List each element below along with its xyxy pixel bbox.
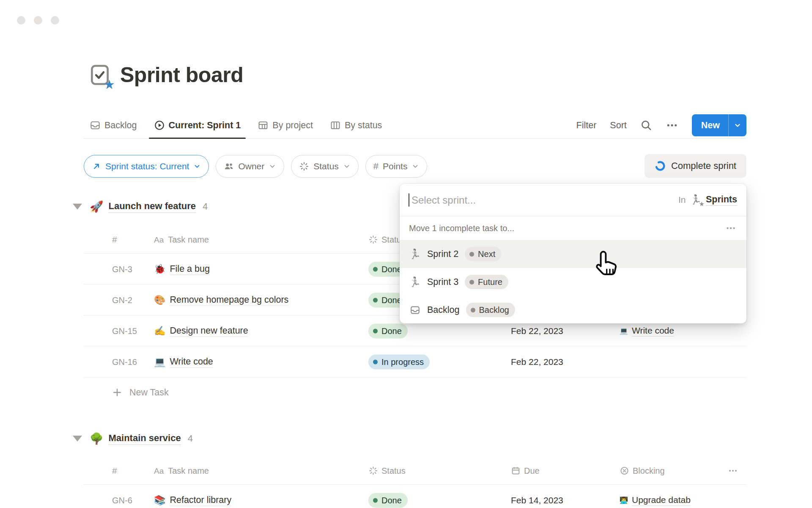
tab-backlog[interactable]: Backlog: [85, 112, 142, 138]
task-name-cell[interactable]: 🐞 File a bug: [154, 263, 210, 275]
chevron-down-icon[interactable]: [729, 121, 746, 130]
new-button[interactable]: New: [692, 114, 746, 136]
task-name-cell[interactable]: 📚 Refactor library: [154, 494, 231, 506]
task-name[interactable]: Design new feature: [170, 325, 248, 337]
blocking-cell[interactable]: 👨‍💻 Upgrade datab: [620, 495, 691, 506]
chip-label: Sprint status: Current: [105, 161, 189, 171]
due-date[interactable]: Feb 14, 2023: [511, 495, 563, 505]
status-cell[interactable]: In progress: [368, 354, 430, 369]
collapse-triangle-icon[interactable]: [73, 436, 82, 442]
task-name-cell[interactable]: 🎨 Remove homepage bg colors: [154, 294, 288, 306]
chip-owner[interactable]: Owner: [216, 155, 284, 178]
tab-current-sprint[interactable]: Current: Sprint 1: [149, 112, 246, 138]
due-date[interactable]: Feb 22, 2023: [511, 357, 563, 367]
status-badge[interactable]: Done: [368, 323, 408, 338]
status-dot: [373, 329, 378, 333]
chevron-down-icon: [269, 163, 276, 170]
due-date[interactable]: Feb 22, 2023: [511, 326, 563, 336]
dropdown-option-sprint-3[interactable]: 🏃 Sprint 3 Future: [400, 268, 746, 296]
chip-sprint-status[interactable]: Sprint status: Current: [84, 155, 209, 178]
group-emoji: 🌳: [90, 432, 103, 445]
runner-icon: 🏃: [409, 248, 421, 260]
column-header-task-name[interactable]: Aa Task name: [154, 235, 209, 245]
blocking-emoji: 👨‍💻: [620, 496, 628, 504]
plus-icon: [112, 387, 122, 398]
window-close-button[interactable]: [17, 16, 25, 25]
sprints-database-link[interactable]: Sprints: [706, 194, 737, 206]
column-header-blocking[interactable]: Blocking: [620, 466, 665, 476]
window-zoom-button[interactable]: [51, 16, 59, 25]
tab-label: Current: Sprint 1: [169, 120, 241, 131]
filter-button[interactable]: Filter: [576, 120, 597, 131]
chip-status[interactable]: Status: [291, 155, 359, 178]
column-header-due[interactable]: Due: [511, 466, 540, 476]
window-minimize-button[interactable]: [34, 16, 42, 25]
complete-sprint-label: Complete sprint: [671, 160, 736, 171]
tab-by-project[interactable]: By project: [252, 112, 318, 138]
task-name-cell[interactable]: 💻 Write code: [154, 356, 213, 367]
page-icon[interactable]: ★: [88, 63, 112, 87]
column-header-status[interactable]: Status: [368, 466, 406, 476]
dropdown-section-header: Move 1 incomplete task to...: [400, 216, 746, 240]
column-header-more-icon[interactable]: [728, 466, 738, 476]
hash-icon: #: [112, 466, 117, 476]
more-options-icon[interactable]: [725, 223, 736, 234]
more-options-icon[interactable]: [666, 119, 678, 132]
table-row[interactable]: GN-16 💻 Write code In progress Feb 22, 2…: [84, 346, 746, 378]
text-type-icon: Aa: [154, 235, 164, 244]
task-name[interactable]: Remove homepage bg colors: [170, 294, 288, 306]
status-cell[interactable]: Done: [368, 493, 408, 508]
column-header-id[interactable]: #: [112, 466, 117, 476]
task-id: GN-3: [112, 264, 132, 274]
status-badge[interactable]: In progress: [368, 354, 430, 369]
complete-sprint-button[interactable]: Complete sprint: [645, 154, 746, 178]
blocking-cell[interactable]: 💻 Write code: [620, 326, 674, 337]
chip-points[interactable]: # Points: [365, 155, 428, 178]
sort-button[interactable]: Sort: [610, 120, 626, 131]
task-name-cell[interactable]: ✍️ Design new feature: [154, 325, 248, 337]
task-name[interactable]: Write code: [170, 356, 213, 367]
sprint-search-input[interactable]: [411, 184, 594, 217]
task-name[interactable]: File a bug: [170, 263, 209, 275]
new-task-label: New Task: [129, 387, 169, 398]
column-header-id[interactable]: #: [112, 235, 117, 245]
dropdown-option-backlog[interactable]: Backlog Backlog: [400, 296, 746, 323]
task-emoji: 📚: [154, 495, 165, 506]
table-row[interactable]: GN-6 📚 Refactor library Done Feb 14, 202…: [84, 484, 746, 508]
chevron-down-icon: [411, 163, 419, 170]
new-task-button[interactable]: New Task: [112, 378, 169, 407]
task-id: GN-2: [112, 295, 132, 305]
search-icon[interactable]: [640, 119, 652, 131]
star-icon: ★: [104, 78, 115, 91]
tab-by-status[interactable]: By status: [325, 112, 387, 138]
group-emoji: 🚀: [90, 200, 103, 213]
hash-icon: #: [112, 235, 117, 245]
blocking-link[interactable]: Write code: [632, 326, 674, 337]
status-dot: [469, 252, 474, 257]
group-title[interactable]: Maintain service: [108, 433, 181, 445]
group-header-launch-new-feature: 🚀 Launch new feature 4: [84, 196, 208, 218]
group-title[interactable]: Launch new feature: [108, 201, 196, 213]
table-header: # Aa Task name Status: [84, 457, 746, 484]
sprints-database-icon: 🏃★: [690, 194, 701, 205]
blocking-link[interactable]: Upgrade datab: [632, 495, 691, 506]
view-tabs-bar: Backlog Current: Sprint 1: [84, 112, 746, 139]
page-title: Sprint board: [120, 63, 243, 87]
group-count: 4: [188, 433, 193, 444]
in-label: In: [678, 195, 686, 205]
dropdown-option-sprint-2[interactable]: 🏃 Sprint 2 Next: [400, 240, 746, 268]
new-button-label: New: [692, 120, 728, 131]
table-icon: [258, 120, 269, 131]
task-id: GN-6: [112, 495, 132, 505]
inbox-icon: [409, 305, 421, 315]
status-cell[interactable]: Done: [368, 323, 408, 338]
play-circle-icon: [154, 120, 165, 131]
collapse-triangle-icon[interactable]: [73, 204, 82, 210]
task-emoji: ✍️: [154, 326, 165, 337]
chip-label: Points: [383, 161, 407, 171]
status-badge[interactable]: Done: [368, 493, 408, 508]
group-header-maintain-service: 🌳 Maintain service 4: [84, 428, 193, 450]
column-header-task-name[interactable]: Aa Task name: [154, 466, 209, 476]
task-name[interactable]: Refactor library: [170, 494, 231, 506]
text-cursor: [409, 193, 409, 207]
